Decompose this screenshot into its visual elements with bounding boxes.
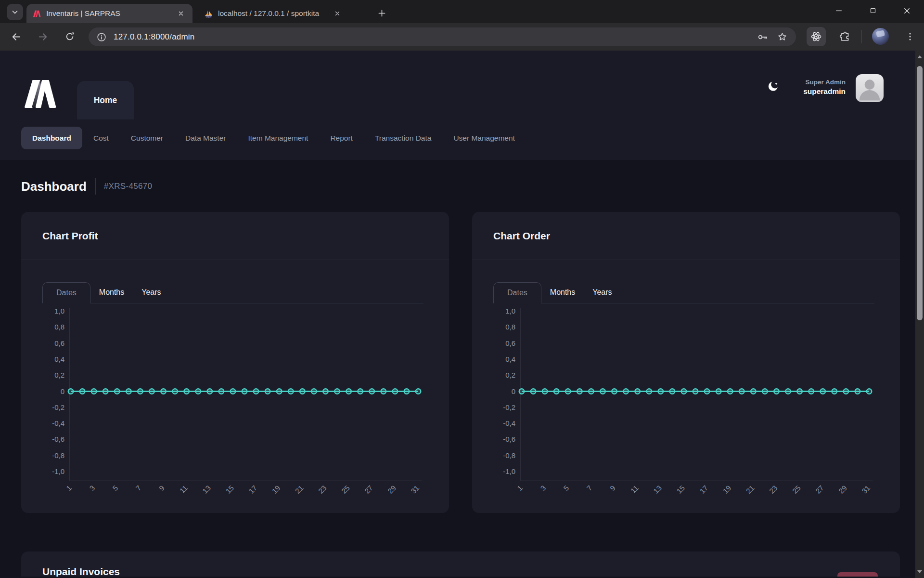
title-divider <box>95 178 96 195</box>
svg-text:-0,6: -0,6 <box>503 435 515 443</box>
puzzle-icon <box>838 31 850 42</box>
chart-tab-years[interactable]: Years <box>133 282 169 303</box>
svg-text:-0,8: -0,8 <box>52 451 64 460</box>
plus-icon <box>377 8 387 18</box>
svg-text:-1,0: -1,0 <box>503 467 515 475</box>
reload-button[interactable] <box>61 27 79 46</box>
svg-text:27: 27 <box>363 484 374 495</box>
nav-item-dashboard[interactable]: Dashboard <box>21 127 82 149</box>
card-body: DatesMonthsYears 1,00,80,60,40,20-0,2-0,… <box>21 260 449 509</box>
svg-text:29: 29 <box>837 484 848 495</box>
svg-text:13: 13 <box>652 484 663 495</box>
forward-button[interactable] <box>34 27 52 46</box>
svg-text:1: 1 <box>64 484 73 492</box>
chart-tab-months[interactable]: Months <box>541 282 584 303</box>
password-key-icon[interactable] <box>757 31 769 43</box>
svg-text:5: 5 <box>562 484 570 492</box>
chart-tab-years[interactable]: Years <box>584 282 620 303</box>
svg-text:0,6: 0,6 <box>54 339 64 347</box>
tab-search-button[interactable] <box>7 4 23 20</box>
site-info-icon[interactable] <box>96 32 107 42</box>
sarpras-favicon-icon <box>32 9 41 18</box>
chart-order-card: Chart Order DatesMonthsYears 1,00,80,60,… <box>472 212 900 513</box>
person-icon <box>856 74 884 102</box>
home-tab-label: Home <box>94 95 117 105</box>
svg-text:-0,6: -0,6 <box>52 435 64 443</box>
svg-text:-1,0: -1,0 <box>52 467 64 475</box>
svg-text:PMA: PMA <box>206 16 211 18</box>
svg-text:15: 15 <box>675 484 686 495</box>
svg-text:0: 0 <box>61 387 64 395</box>
browser-profile-avatar[interactable] <box>872 28 889 45</box>
nav-item-transaction-data[interactable]: Transaction Data <box>364 127 442 149</box>
tab-title: localhost / 127.0.0.1 / sportkita <box>218 9 332 18</box>
card-title: Chart Order <box>493 230 550 242</box>
extensions-button[interactable] <box>834 27 854 46</box>
chart-range-tabs: DatesMonthsYears <box>493 282 874 303</box>
svg-text:29: 29 <box>386 484 398 495</box>
svg-text:0,8: 0,8 <box>54 323 64 331</box>
nav-item-cost[interactable]: Cost <box>82 127 120 149</box>
window-controls <box>821 0 924 21</box>
brand-logo-icon <box>22 76 58 112</box>
svg-text:17: 17 <box>698 484 709 495</box>
scrollbar-thumb[interactable] <box>917 66 923 320</box>
url-text[interactable]: 127.0.0.1:8000/admin <box>114 32 750 42</box>
svg-text:15: 15 <box>224 484 235 495</box>
tab-close-icon[interactable] <box>332 8 343 19</box>
svg-text:0,4: 0,4 <box>505 355 515 363</box>
maximize-button[interactable] <box>856 0 890 21</box>
svg-text:21: 21 <box>744 484 756 495</box>
chart-profit-card: Chart Profit DatesMonthsYears 1,00,80,60… <box>21 212 449 513</box>
minimize-button[interactable] <box>821 0 856 21</box>
nav-item-data-master[interactable]: Data Master <box>174 127 237 149</box>
svg-text:5: 5 <box>111 484 119 492</box>
chart-profit-plot: 1,00,80,60,40,20-0,2-0,4-0,6-0,8-1,01357… <box>42 306 424 509</box>
svg-text:9: 9 <box>608 484 617 492</box>
scrollbar-up-arrow[interactable] <box>915 52 924 62</box>
chart-tab-months[interactable]: Months <box>90 282 133 303</box>
nav-item-user-management[interactable]: User Management <box>442 127 526 149</box>
svg-text:25: 25 <box>791 484 802 495</box>
dark-mode-toggle[interactable] <box>766 79 780 93</box>
svg-text:0,2: 0,2 <box>505 371 515 379</box>
nav-item-report[interactable]: Report <box>319 127 364 149</box>
chart-tab-dates[interactable]: Dates <box>42 282 90 303</box>
unpaid-invoices-title: Unpaid Invoices <box>42 566 120 577</box>
nav-item-item-management[interactable]: Item Management <box>237 127 319 149</box>
svg-text:3: 3 <box>539 484 547 492</box>
browser-menu-button[interactable] <box>901 27 919 46</box>
svg-text:11: 11 <box>629 484 640 495</box>
new-tab-button[interactable] <box>374 6 389 20</box>
page-title: Dashboard <box>21 179 87 194</box>
phpmyadmin-favicon-icon: PMA <box>204 9 213 18</box>
react-devtools-button[interactable] <box>807 27 826 46</box>
card-title: Chart Profit <box>42 230 98 242</box>
svg-text:9: 9 <box>157 484 166 492</box>
page-scrollbar[interactable] <box>915 51 924 578</box>
chart-tab-dates[interactable]: Dates <box>493 282 541 303</box>
svg-text:0: 0 <box>512 387 515 395</box>
nav-item-customer[interactable]: Customer <box>120 127 174 149</box>
svg-text:31: 31 <box>860 484 872 495</box>
svg-text:-0,2: -0,2 <box>52 403 64 411</box>
address-bar[interactable]: 127.0.0.1:8000/admin <box>89 27 796 46</box>
toolbar-separator <box>861 30 861 43</box>
svg-text:-0,4: -0,4 <box>52 419 64 427</box>
svg-text:19: 19 <box>721 484 733 495</box>
svg-text:25: 25 <box>340 484 351 495</box>
moon-icon <box>767 80 780 93</box>
browser-tab-sarpras[interactable]: Inventaris | SARPRAS <box>26 4 192 23</box>
tab-close-icon[interactable] <box>175 8 187 19</box>
scrollbar-down-arrow[interactable] <box>915 566 924 577</box>
home-tab[interactable]: Home <box>77 81 134 119</box>
browser-tab-phpmyadmin[interactable]: PMA localhost / 127.0.0.1 / sportkita <box>198 4 364 23</box>
user-name: Super Admin <box>803 78 846 87</box>
svg-text:-0,2: -0,2 <box>503 403 515 411</box>
svg-text:-0,4: -0,4 <box>503 419 515 427</box>
bookmark-star-icon[interactable] <box>776 31 788 43</box>
close-window-button[interactable] <box>890 0 924 21</box>
avatar[interactable] <box>856 74 884 102</box>
back-button[interactable] <box>7 27 25 46</box>
user-username: superadmin <box>803 87 846 97</box>
